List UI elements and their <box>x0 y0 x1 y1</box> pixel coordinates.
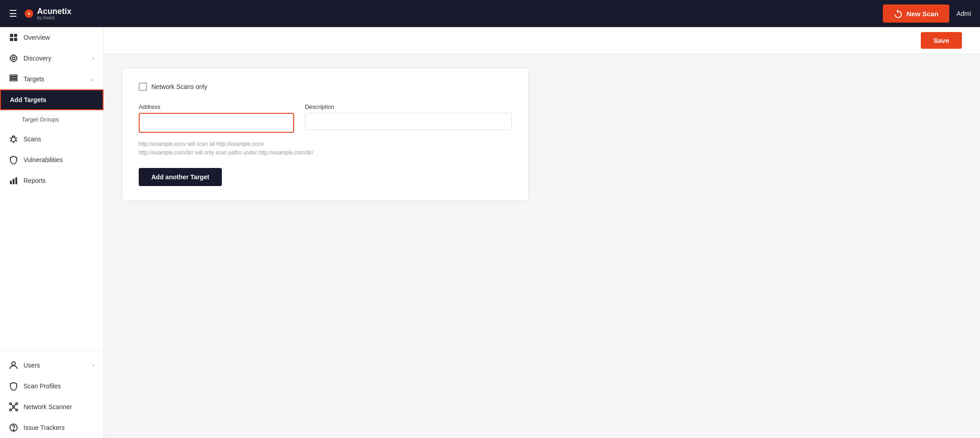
network-scans-checkbox-row: Network Scans only <box>139 83 512 91</box>
admin-label: Admi <box>957 10 971 17</box>
svg-line-32 <box>11 408 14 410</box>
user-icon <box>9 361 18 370</box>
svg-point-7 <box>12 57 15 60</box>
svg-point-24 <box>12 362 15 365</box>
hamburger-icon[interactable]: ☰ <box>9 8 17 19</box>
bug-icon <box>9 135 18 144</box>
svg-line-16 <box>10 138 11 139</box>
sub-header: Save <box>104 27 980 54</box>
svg-line-31 <box>14 404 16 406</box>
svg-point-35 <box>13 429 14 430</box>
svg-rect-2 <box>10 34 13 37</box>
sidebar-item-reports[interactable]: Reports <box>0 170 103 191</box>
header-left: ☰ A Acunetix by Invicti <box>9 7 71 20</box>
nav-section-main: Overview Discovery › Targets ⌄ Add T <box>0 27 103 351</box>
main-content: Save Network Scans only Address <box>104 27 980 438</box>
address-label: Address <box>139 103 294 110</box>
sidebar-label-issue-trackers: Issue Trackers <box>23 424 65 431</box>
sidebar-label-target-groups: Target Groups <box>22 116 59 123</box>
svg-rect-23 <box>15 177 17 184</box>
sidebar-item-network-scanner[interactable]: Network Scanner <box>0 396 103 417</box>
chevron-right-icon: › <box>93 55 94 61</box>
sidebar-label-network-scanner: Network Scanner <box>23 403 72 410</box>
svg-line-30 <box>11 404 14 406</box>
sidebar-item-targets[interactable]: Targets ⌄ <box>0 69 103 89</box>
hint-text: http://example.com/ will scan all http:/… <box>139 140 512 157</box>
sidebar-item-target-groups[interactable]: Target Groups <box>0 110 103 129</box>
svg-rect-3 <box>14 34 17 37</box>
description-field-group: Description <box>305 103 512 130</box>
hint-line-1: http://example.com/ will scan all http:/… <box>139 140 512 149</box>
svg-rect-5 <box>14 38 17 41</box>
svg-rect-4 <box>10 38 13 41</box>
logo-area: A Acunetix by Invicti <box>24 7 71 20</box>
sidebar: Overview Discovery › Targets ⌄ Add T <box>0 27 104 438</box>
svg-rect-21 <box>10 181 12 184</box>
sidebar-item-overview[interactable]: Overview <box>0 27 103 48</box>
nav-section-bottom: Users › Scan Profiles Network Scanner I <box>0 351 103 438</box>
save-button[interactable]: Save <box>921 32 962 49</box>
shield-icon <box>9 155 18 164</box>
svg-rect-13 <box>10 79 17 81</box>
sidebar-label-vulnerabilities: Vulnerabilities <box>23 156 63 163</box>
app-layout: Overview Discovery › Targets ⌄ Add T <box>0 27 980 438</box>
svg-line-18 <box>10 140 11 141</box>
sidebar-item-scans[interactable]: Scans <box>0 129 103 149</box>
sidebar-label-targets: Targets <box>23 75 44 83</box>
svg-line-33 <box>14 408 16 410</box>
svg-line-17 <box>16 138 17 139</box>
network-icon <box>9 402 18 411</box>
svg-rect-12 <box>10 77 17 79</box>
svg-point-25 <box>13 406 14 408</box>
new-scan-button[interactable]: New Scan <box>883 5 949 23</box>
sidebar-item-issue-trackers[interactable]: Issue Trackers <box>0 417 103 438</box>
svg-point-15 <box>11 137 16 142</box>
network-scans-label: Network Scans only <box>151 83 207 90</box>
grid-icon <box>9 33 18 42</box>
sidebar-label-add-targets: Add Targets <box>10 96 47 103</box>
address-input[interactable] <box>141 115 292 131</box>
sidebar-item-vulnerabilities[interactable]: Vulnerabilities <box>0 149 103 170</box>
address-input-wrapper <box>139 113 294 133</box>
layers-icon <box>9 75 18 84</box>
shield-sm-icon <box>9 382 18 391</box>
logo-text: Acunetix <box>37 7 71 15</box>
sidebar-label-scans: Scans <box>23 135 41 143</box>
svg-rect-22 <box>13 179 14 184</box>
target-icon <box>9 54 18 63</box>
hint-line-2: http://example.com/dir/ will only scan p… <box>139 149 512 157</box>
svg-point-6 <box>10 55 17 61</box>
sidebar-label-reports: Reports <box>23 177 46 184</box>
svg-line-19 <box>16 140 17 141</box>
sidebar-item-discovery[interactable]: Discovery › <box>0 48 103 69</box>
sidebar-item-users[interactable]: Users › <box>0 355 103 376</box>
logo-sub: by Invicti <box>37 15 71 20</box>
chevron-right-icon-users: › <box>93 362 94 368</box>
sidebar-label-discovery: Discovery <box>23 55 51 62</box>
add-targets-form-card: Network Scans only Address Description <box>122 68 529 201</box>
address-field-group: Address <box>139 103 294 133</box>
top-header: ☰ A Acunetix by Invicti New Scan Admi <box>0 0 980 27</box>
header-right: New Scan Admi <box>883 5 971 23</box>
sidebar-label-scan-profiles: Scan Profiles <box>23 382 61 390</box>
sidebar-label-overview: Overview <box>23 34 50 41</box>
sidebar-item-add-targets[interactable]: Add Targets <box>0 89 103 110</box>
sidebar-item-scan-profiles[interactable]: Scan Profiles <box>0 376 103 396</box>
add-another-target-button[interactable]: Add another Target <box>139 168 222 186</box>
description-label: Description <box>305 103 512 110</box>
content-area: Network Scans only Address Description <box>104 54 980 438</box>
svg-text:A: A <box>28 11 31 16</box>
logo-icon: A <box>24 9 33 18</box>
description-input[interactable] <box>305 113 512 130</box>
issue-icon <box>9 423 18 432</box>
bar-chart-icon <box>9 176 18 185</box>
chevron-down-icon: ⌄ <box>90 76 94 82</box>
network-scans-checkbox[interactable] <box>139 83 147 91</box>
svg-rect-14 <box>10 75 17 76</box>
target-fields-row: Address Description <box>139 103 512 133</box>
sidebar-label-users: Users <box>23 362 40 369</box>
refresh-icon <box>894 9 903 18</box>
